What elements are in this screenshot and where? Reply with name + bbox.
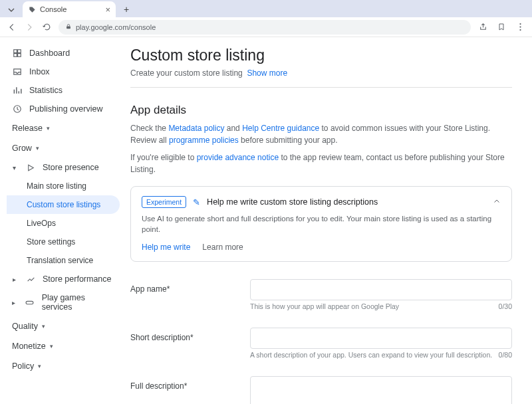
- experiment-badge: Experiment: [142, 196, 186, 208]
- url-input[interactable]: play.google.com/console: [59, 20, 471, 35]
- sidebar-label: Dashboard: [29, 49, 70, 58]
- app-name-counter: 0/30: [499, 302, 512, 310]
- page-title: Custom store listing: [130, 47, 512, 64]
- address-bar: play.google.com/console: [0, 17, 532, 37]
- app-name-label: App name*: [130, 279, 250, 294]
- sidebar-label: Publishing overview: [29, 104, 102, 114]
- full-desc-label: Full description*: [130, 376, 250, 391]
- app-name-helper: This is how your app will appear on Goog…: [250, 302, 399, 310]
- tab-favicon: [28, 5, 36, 13]
- sidebar-item-statistics[interactable]: Statistics: [7, 81, 120, 100]
- section-label: Quality: [12, 322, 38, 331]
- bookmark-icon[interactable]: [496, 22, 507, 33]
- app-details-heading: App details: [130, 104, 512, 117]
- sidebar-item-dashboard[interactable]: Dashboard: [7, 44, 120, 62]
- page-subtitle: Create your custom store listing Show mo…: [130, 68, 512, 88]
- advance-notice-link[interactable]: provide advance notice: [197, 153, 279, 162]
- statistics-icon: [12, 86, 23, 95]
- section-label: Policy: [12, 361, 34, 371]
- sidebar-section-quality[interactable]: Quality ▾: [7, 316, 120, 336]
- sidebar-sub-liveops[interactable]: LiveOps: [7, 214, 120, 233]
- app-details-p2: If you're eligible to provide advance no…: [130, 152, 512, 175]
- sidebar-sub-main-store-listing[interactable]: Main store listing: [7, 177, 120, 195]
- short-desc-input[interactable]: [250, 328, 512, 349]
- main-content: Custom store listing Create your custom …: [120, 37, 532, 404]
- svg-rect-7: [18, 54, 21, 57]
- svg-rect-5: [18, 50, 21, 53]
- learn-more-link[interactable]: Learn more: [202, 243, 243, 252]
- games-icon: [25, 298, 35, 307]
- chevron-down-icon: ▾: [38, 363, 41, 369]
- sidebar-label: Store performance: [43, 274, 112, 284]
- lock-icon: [65, 23, 72, 31]
- section-label: Release: [12, 124, 43, 133]
- wand-icon: ✎: [193, 197, 200, 207]
- sidebar-sub-store-settings[interactable]: Store settings: [7, 233, 120, 251]
- close-icon[interactable]: ×: [105, 5, 110, 14]
- svg-rect-0: [66, 26, 70, 29]
- new-tab-button[interactable]: +: [120, 3, 133, 16]
- sidebar-label: Inbox: [29, 67, 50, 76]
- chevron-down-icon: ▾: [47, 125, 50, 132]
- help-centre-link[interactable]: Help Centre guidance: [242, 124, 319, 133]
- sidebar-section-policy[interactable]: Policy ▾: [7, 356, 120, 376]
- experiment-description: Use AI to generate short and full descri…: [142, 213, 501, 235]
- sidebar-item-store-performance[interactable]: ▸ Store performance: [7, 270, 120, 288]
- section-label: Grow: [12, 144, 32, 153]
- tab-title: Console: [40, 5, 66, 13]
- sidebar-section-release[interactable]: Release ▾: [7, 118, 120, 138]
- chevron-down-icon: ▾: [36, 145, 39, 152]
- sidebar-label: Statistics: [29, 86, 63, 95]
- experiment-panel: Experiment ✎ Help me write custom store …: [130, 186, 512, 262]
- programme-policies-link[interactable]: programme policies: [169, 136, 239, 145]
- app-name-input[interactable]: [250, 279, 512, 300]
- metadata-policy-link[interactable]: Metadata policy: [168, 124, 224, 133]
- share-icon[interactable]: [477, 22, 488, 33]
- dashboard-icon: [12, 49, 23, 58]
- menu-icon[interactable]: [515, 22, 525, 33]
- sidebar-item-inbox[interactable]: Inbox: [7, 62, 120, 81]
- short-desc-label: Short description*: [130, 328, 250, 342]
- svg-rect-6: [14, 54, 17, 57]
- url-text: play.google.com/console: [76, 23, 156, 31]
- inbox-icon: [12, 67, 23, 76]
- app-details-p1: Check the Metadata policy and Help Centr…: [130, 122, 512, 146]
- svg-point-3: [519, 29, 521, 31]
- expand-right-icon: ▸: [9, 299, 18, 306]
- svg-point-2: [519, 26, 521, 27]
- sidebar-label: Store presence: [43, 163, 99, 172]
- svg-rect-4: [14, 50, 17, 53]
- sidebar-section-monetize[interactable]: Monetize ▾: [7, 336, 120, 356]
- expand-right-icon: ▸: [9, 276, 19, 283]
- experiment-title: Help me write custom store listing descr…: [207, 197, 378, 207]
- performance-icon: [25, 275, 36, 284]
- sidebar-section-grow[interactable]: Grow ▾: [7, 138, 120, 158]
- sidebar-label: Play games services: [42, 293, 114, 312]
- store-presence-icon: [25, 163, 36, 172]
- forward-icon: [24, 22, 35, 33]
- browser-tab-active[interactable]: Console ×: [23, 1, 116, 17]
- sidebar-item-publishing[interactable]: Publishing overview: [7, 100, 120, 118]
- browser-tab-strip: Console × +: [0, 0, 532, 17]
- full-desc-input[interactable]: [250, 376, 512, 404]
- back-icon[interactable]: [7, 22, 17, 33]
- section-label: Monetize: [12, 342, 46, 351]
- publishing-icon: [12, 104, 23, 114]
- short-desc-counter: 0/80: [499, 351, 512, 359]
- reload-icon[interactable]: [41, 22, 52, 33]
- short-desc-helper: A short description of your app. Users c…: [250, 351, 492, 359]
- expand-down-icon: ▾: [9, 164, 19, 171]
- sidebar-item-store-presence[interactable]: ▾ Store presence: [7, 158, 120, 177]
- svg-point-1: [519, 23, 521, 25]
- sidebar: Dashboard Inbox Statistics Publishing ov…: [0, 37, 120, 404]
- show-more-link[interactable]: Show more: [247, 68, 287, 78]
- collapse-icon[interactable]: [493, 197, 501, 207]
- tab-dropdown-icon[interactable]: [4, 3, 19, 17]
- sidebar-sub-custom-store-listings[interactable]: Custom store listings: [7, 195, 120, 214]
- chevron-down-icon: ▾: [42, 323, 45, 330]
- help-me-write-link[interactable]: Help me write: [142, 243, 190, 252]
- chevron-down-icon: ▾: [50, 343, 53, 350]
- sidebar-sub-translation-service[interactable]: Translation service: [7, 251, 120, 270]
- sidebar-item-play-games[interactable]: ▸ Play games services: [7, 288, 120, 316]
